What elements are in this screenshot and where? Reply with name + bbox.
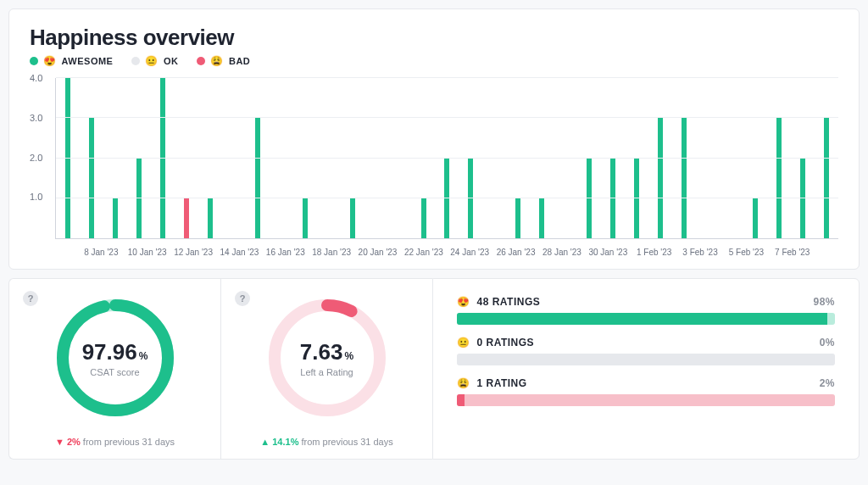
left-rating-value: 7.63% bbox=[300, 339, 353, 365]
left-rating-label: Left a Rating bbox=[300, 367, 353, 377]
x-tick-label: 30 Jan '23 bbox=[585, 248, 631, 257]
day-slot bbox=[175, 78, 198, 238]
rating-label: 48 RATINGS bbox=[477, 296, 541, 308]
day-slot bbox=[103, 78, 127, 238]
help-icon[interactable]: ? bbox=[23, 291, 38, 306]
csat-delta: ▼ 2% from previous 31 days bbox=[55, 437, 175, 447]
day-slot bbox=[482, 78, 506, 238]
x-tick-label: 12 Jan '23 bbox=[170, 248, 216, 257]
bar-chart: 1.02.03.04.0 8 Jan '2310 Jan '2312 Jan '… bbox=[30, 78, 838, 260]
y-tick-label: 4.0 bbox=[30, 73, 42, 83]
x-tick-label: 10 Jan '23 bbox=[125, 248, 170, 257]
day-slot bbox=[625, 78, 648, 238]
csat-donut: 97.96% CSAT score bbox=[52, 294, 179, 421]
bar bbox=[515, 198, 520, 238]
x-tick-label: 7 Feb '23 bbox=[770, 248, 815, 257]
ratings-breakdown-card: 😍48 RATINGS98%😐0 RATINGS0%😩1 RATING2% bbox=[432, 278, 860, 460]
legend-label: AWESOME bbox=[62, 56, 114, 66]
csat-value: 97.96% bbox=[82, 339, 148, 365]
x-tick-label: 5 Feb '23 bbox=[723, 248, 769, 257]
percent-sign: % bbox=[139, 350, 148, 362]
legend-item[interactable]: 😍AWESOME bbox=[30, 56, 113, 66]
chart-legend: 😍AWESOME😐OK😩BAD bbox=[30, 56, 838, 66]
grid-line bbox=[56, 77, 838, 78]
rating-emoji-icon: 😐 bbox=[457, 337, 470, 348]
grid-line bbox=[56, 117, 838, 118]
bar bbox=[255, 118, 260, 238]
day-slot bbox=[222, 78, 246, 238]
help-icon[interactable]: ? bbox=[235, 291, 250, 306]
day-slot bbox=[815, 78, 838, 238]
rating-label: 0 RATINGS bbox=[477, 337, 535, 348]
bar bbox=[184, 198, 189, 238]
legend-emoji-icon: 😩 bbox=[210, 56, 224, 66]
bar bbox=[89, 118, 94, 238]
grid-line bbox=[56, 198, 838, 198]
delta-suffix: from previous 31 days bbox=[302, 437, 393, 447]
bar bbox=[208, 198, 213, 238]
y-axis: 1.02.03.04.0 bbox=[30, 78, 55, 237]
day-slot bbox=[270, 78, 293, 238]
legend-item[interactable]: 😩BAD bbox=[197, 56, 250, 66]
day-slot bbox=[743, 78, 767, 238]
day-slot bbox=[696, 78, 720, 238]
bar bbox=[468, 159, 473, 239]
rating-bar bbox=[457, 394, 835, 406]
x-tick-label: 28 Jan '23 bbox=[539, 248, 585, 257]
x-tick-label: 26 Jan '23 bbox=[492, 248, 538, 257]
delta-suffix: from previous 31 days bbox=[83, 437, 175, 447]
legend-dot bbox=[197, 57, 205, 65]
rating-percent: 98% bbox=[813, 296, 835, 308]
day-slot bbox=[127, 78, 151, 238]
bar bbox=[682, 118, 687, 238]
bar bbox=[539, 198, 544, 238]
rating-bar bbox=[457, 354, 835, 365]
day-slot bbox=[412, 78, 436, 238]
legend-dot bbox=[30, 57, 38, 65]
bar bbox=[824, 118, 829, 238]
rating-row: 😩1 RATING2% bbox=[457, 377, 835, 406]
rating-row: 😐0 RATINGS0% bbox=[457, 337, 835, 365]
bar bbox=[658, 118, 663, 238]
csat-card: ? 97.96% CSAT score ▼ 2% from previous 3… bbox=[8, 278, 220, 460]
left-rating-donut: 7.63% Left a Rating bbox=[264, 294, 391, 421]
bar bbox=[113, 198, 118, 238]
x-tick-label: 22 Jan '23 bbox=[401, 248, 447, 257]
x-tick-label: 16 Jan '23 bbox=[263, 248, 309, 257]
csat-value-num: 97.96 bbox=[82, 339, 137, 365]
x-tick-label: 18 Jan '23 bbox=[309, 248, 354, 257]
y-tick-label: 2.0 bbox=[30, 153, 42, 163]
bar bbox=[65, 78, 70, 238]
delta-value: 14.1% bbox=[272, 437, 298, 447]
rating-percent: 0% bbox=[820, 337, 835, 348]
grid-line bbox=[56, 158, 838, 159]
happiness-overview-card: Happiness overview 😍AWESOME😐OK😩BAD 1.02.… bbox=[8, 8, 860, 270]
day-slot bbox=[601, 78, 625, 238]
arrow-up-icon: ▲ bbox=[260, 437, 270, 447]
day-slot bbox=[506, 78, 530, 238]
rating-bar-fill bbox=[457, 313, 827, 325]
day-slot bbox=[388, 78, 412, 238]
x-tick-label: 20 Jan '23 bbox=[354, 248, 400, 257]
left-rating-card: ? 7.63% Left a Rating ▲ 14.1% from previ… bbox=[220, 278, 432, 460]
bar bbox=[776, 118, 782, 238]
day-slot bbox=[672, 78, 696, 238]
bar bbox=[634, 159, 639, 239]
day-slot bbox=[364, 78, 388, 238]
day-slot bbox=[530, 78, 554, 238]
x-tick-label: 8 Jan '23 bbox=[78, 248, 124, 257]
day-slot bbox=[198, 78, 222, 238]
day-slot bbox=[720, 78, 743, 238]
arrow-down-icon: ▼ bbox=[55, 437, 64, 447]
day-slot bbox=[151, 78, 175, 238]
csat-label: CSAT score bbox=[90, 367, 139, 377]
bar bbox=[303, 198, 308, 238]
day-slot bbox=[648, 78, 672, 238]
legend-label: BAD bbox=[229, 56, 250, 66]
bar bbox=[610, 159, 615, 239]
day-slot bbox=[80, 78, 103, 238]
rating-emoji-icon: 😍 bbox=[457, 297, 470, 307]
legend-item[interactable]: 😐OK bbox=[131, 56, 178, 66]
legend-emoji-icon: 😍 bbox=[43, 56, 57, 66]
bar bbox=[444, 159, 449, 239]
